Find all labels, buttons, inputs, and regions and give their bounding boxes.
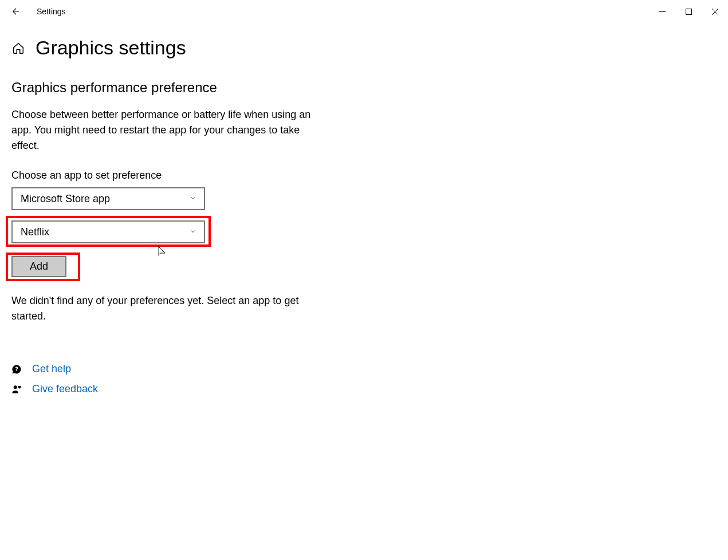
close-icon (712, 9, 718, 15)
arrow-left-icon (11, 6, 21, 17)
feedback-person-icon (11, 384, 22, 395)
link-text: Give feedback (32, 383, 98, 395)
app-title: Settings (37, 7, 66, 16)
page-title: Graphics settings (36, 37, 186, 59)
minimize-button[interactable] (649, 2, 675, 21)
maximize-button[interactable] (675, 2, 702, 21)
maximize-icon (686, 9, 692, 15)
home-icon[interactable] (11, 41, 25, 55)
status-text: We didn't find any of your preferences y… (11, 293, 318, 324)
back-button[interactable] (9, 5, 23, 18)
section-title: Graphics performance preference (11, 80, 717, 96)
svg-point-1 (14, 385, 17, 389)
window-controls (649, 2, 728, 21)
svg-rect-0 (686, 9, 691, 14)
link-text: Get help (32, 363, 71, 375)
titlebar-left: Settings (9, 5, 66, 18)
content-area: Graphics settings Graphics performance p… (0, 23, 728, 395)
page-header: Graphics settings (11, 37, 717, 59)
dropdown-label: Choose an app to set preference (11, 169, 717, 182)
chevron-down-icon (189, 226, 197, 238)
app-select-dropdown[interactable]: Netflix (11, 220, 205, 243)
chevron-down-icon (189, 193, 197, 205)
app-type-dropdown[interactable]: Microsoft Store app (11, 187, 205, 210)
section-description: Choose between better performance or bat… (11, 107, 315, 153)
titlebar: Settings (0, 0, 728, 23)
minimize-icon (659, 9, 666, 15)
dropdown-value: Microsoft Store app (21, 193, 110, 205)
get-help-link[interactable]: Get help (11, 363, 717, 375)
close-button[interactable] (702, 2, 728, 21)
add-button[interactable]: Add (11, 256, 66, 277)
give-feedback-link[interactable]: Give feedback (11, 383, 717, 395)
help-links: Get help Give feedback (11, 363, 717, 395)
dropdown-value: Netflix (21, 226, 49, 238)
chat-help-icon (11, 364, 22, 374)
